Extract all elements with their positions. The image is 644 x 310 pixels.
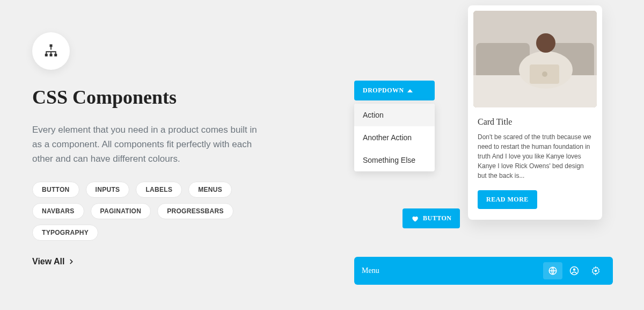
- chip-inputs[interactable]: INPUTS: [86, 182, 130, 198]
- dropdown-block: DROPDOWN Action Another Action Something…: [354, 81, 435, 171]
- view-all-label: View All: [32, 257, 64, 266]
- globe-button[interactable]: [543, 262, 562, 279]
- chip-navbars[interactable]: NAVBARS: [32, 203, 84, 219]
- svg-point-9: [536, 33, 555, 53]
- svg-point-14: [573, 269, 576, 271]
- svg-rect-3: [54, 54, 57, 56]
- read-more-button[interactable]: READ MORE: [478, 190, 537, 209]
- card: Card Title Don't be scared of the truth …: [468, 5, 602, 220]
- gear-icon: [591, 266, 601, 276]
- menu-bar: Menu: [354, 257, 613, 285]
- card-title: Card Title: [478, 117, 592, 127]
- globe-icon: [548, 266, 558, 276]
- chip-pagination[interactable]: PAGINATION: [91, 203, 151, 219]
- chip-list: BUTTON INPUTS LABELS MENUS NAVBARS PAGIN…: [32, 182, 279, 241]
- chip-button[interactable]: BUTTON: [32, 182, 79, 198]
- dropdown-label: DROPDOWN: [363, 86, 404, 95]
- user-button[interactable]: [565, 262, 584, 279]
- svg-point-11: [542, 71, 547, 77]
- svg-rect-0: [50, 45, 53, 47]
- chip-progressbars[interactable]: PROGRESSBARS: [157, 203, 233, 219]
- card-image: [473, 11, 597, 107]
- dropdown-toggle-button[interactable]: DROPDOWN: [354, 81, 435, 100]
- dropdown-item-action[interactable]: Action: [354, 104, 435, 126]
- chip-labels[interactable]: LABELS: [136, 182, 182, 198]
- chip-typography[interactable]: TYPOGRAPHY: [32, 225, 98, 241]
- menu-bar-icons: [543, 262, 605, 279]
- section-title: CSS Components: [32, 86, 301, 109]
- section-icon-circle: [32, 32, 70, 70]
- dropdown-menu: Action Another Action Something Else: [354, 104, 435, 171]
- caret-up-icon: [407, 89, 413, 92]
- chip-menus[interactable]: MENUS: [188, 182, 232, 198]
- dropdown-item-another-action[interactable]: Another Action: [354, 126, 435, 149]
- card-text: Don't be scared of the truth because we …: [478, 132, 592, 181]
- svg-point-15: [595, 270, 597, 272]
- heart-button-label: BUTTON: [423, 214, 451, 222]
- view-all-link[interactable]: View All: [32, 257, 75, 266]
- section-description: Every element that you need in a product…: [32, 122, 258, 167]
- svg-rect-2: [50, 54, 53, 56]
- sitemap-icon: [43, 43, 59, 59]
- card-photo-placeholder: [473, 11, 597, 107]
- chevron-right-icon: [68, 258, 75, 265]
- menu-bar-label: Menu: [362, 266, 379, 275]
- svg-rect-1: [45, 54, 48, 56]
- dropdown-item-something-else[interactable]: Something Else: [354, 149, 435, 171]
- heart-button[interactable]: BUTTON: [402, 208, 460, 228]
- settings-button[interactable]: [586, 262, 605, 279]
- heart-icon: [411, 215, 419, 222]
- user-icon: [569, 266, 579, 276]
